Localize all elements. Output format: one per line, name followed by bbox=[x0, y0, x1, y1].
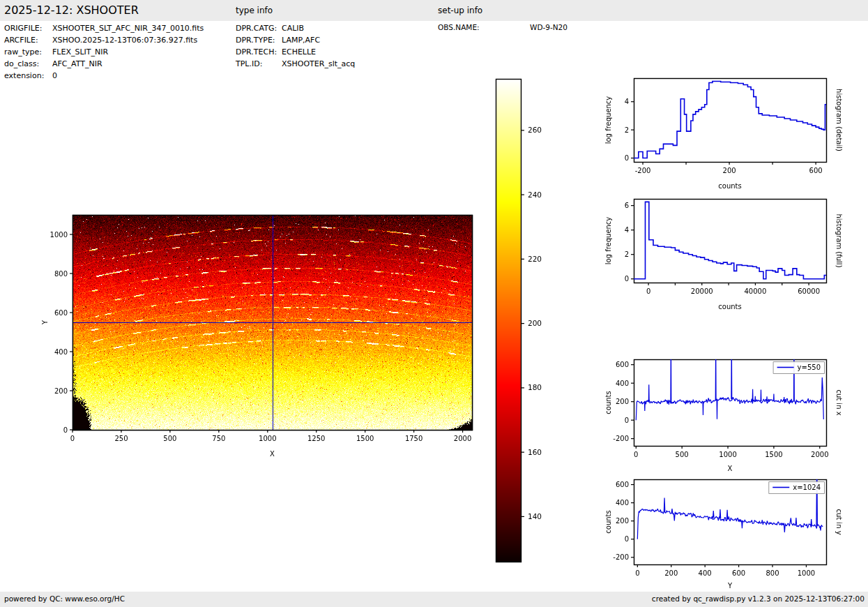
colorbar bbox=[485, 70, 565, 569]
field-value: FLEX_SLIT_NIR bbox=[52, 47, 108, 57]
field-value: XSHOOTER_SLT_AFC_NIR_347_0010.fits bbox=[52, 24, 204, 33]
file-info-row: do_class:AFC_ATT_NIR bbox=[4, 59, 102, 68]
field-value: LAMP,AFC bbox=[282, 36, 320, 45]
field-value: ECHELLE bbox=[282, 47, 316, 57]
cut-in-y-figure bbox=[598, 472, 868, 592]
footer-left-text: powered by QC: www.eso.org/HC bbox=[4, 594, 125, 603]
histogram-full-figure bbox=[598, 190, 868, 319]
file-info-row: raw_type:FLEX_SLIT_NIR bbox=[4, 47, 108, 57]
field-label: DPR.TECH: bbox=[236, 47, 282, 57]
section-label-type-info: type info bbox=[236, 6, 273, 15]
field-label: raw_type: bbox=[4, 47, 52, 57]
footer-right-text: created by qc_rawdisp.py v1.2.3 on 2025-… bbox=[652, 594, 865, 603]
raw-detector-image-figure bbox=[38, 201, 488, 463]
cut-in-x-figure bbox=[598, 352, 868, 481]
field-label: OBS.NAME: bbox=[438, 23, 530, 31]
page-title: 2025-12-12: XSHOOTER bbox=[4, 3, 139, 17]
type-info-row: DPR.TECH:ECHELLE bbox=[236, 47, 316, 57]
footer-bar: powered by QC: www.eso.org/HC created by… bbox=[0, 592, 868, 607]
type-info-row: TPL.ID:XSHOOTER_slt_acq bbox=[236, 59, 355, 68]
file-info-row: ORIGFILE:XSHOOTER_SLT_AFC_NIR_347_0010.f… bbox=[4, 24, 204, 33]
file-info-row: extension:0 bbox=[4, 71, 57, 80]
field-label: DPR.TYPE: bbox=[236, 36, 282, 45]
field-label: do_class: bbox=[4, 59, 52, 68]
field-label: extension: bbox=[4, 71, 52, 80]
field-value: XSHOO.2025-12-13T06:07:36.927.fits bbox=[52, 36, 197, 45]
setup-info-row: OBS.NAME:WD-9-N20 bbox=[438, 23, 568, 31]
field-value: CALIB bbox=[282, 24, 304, 33]
type-info-row: DPR.CATG:CALIB bbox=[236, 24, 304, 33]
field-label: ORIGFILE: bbox=[4, 24, 52, 33]
field-value: WD-9-N20 bbox=[530, 23, 568, 31]
field-value: XSHOOTER_slt_acq bbox=[282, 59, 355, 68]
field-value: 0 bbox=[52, 71, 57, 80]
file-info-row: ARCFILE:XSHOO.2025-12-13T06:07:36.927.fi… bbox=[4, 36, 197, 45]
field-label: DPR.CATG: bbox=[236, 24, 282, 33]
field-label: ARCFILE: bbox=[4, 36, 52, 45]
qc-report-page: 2025-12-12: XSHOOTER type info set-up in… bbox=[0, 0, 868, 607]
histogram-detail-figure bbox=[598, 64, 868, 197]
type-info-row: DPR.TYPE:LAMP,AFC bbox=[236, 36, 320, 45]
section-label-setup-info: set-up info bbox=[438, 6, 482, 15]
field-label: TPL.ID: bbox=[236, 59, 282, 68]
field-value: AFC_ATT_NIR bbox=[52, 59, 102, 68]
